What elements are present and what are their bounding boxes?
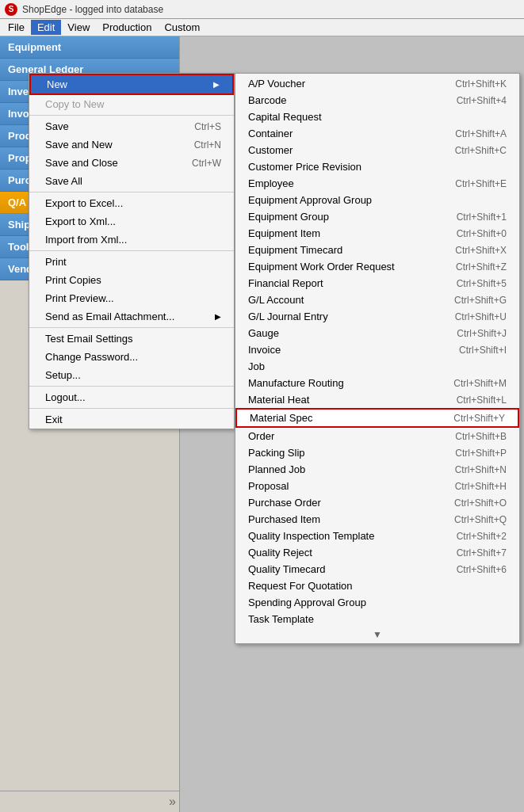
new-customer[interactable]: Customer Ctrl+Shift+C (235, 142, 519, 158)
menu-print-preview-label: Print Preview... (45, 292, 114, 304)
new-material-heat[interactable]: Material Heat Ctrl+Shift+L (235, 391, 519, 408)
menu-save-and-close-shortcut: Ctrl+W (192, 158, 221, 169)
new-quality-inspection-template-shortcut: Ctrl+Shift+2 (457, 531, 507, 542)
new-invoice[interactable]: Invoice Ctrl+Shift+I (235, 341, 519, 358)
new-gl-journal-entry-label: G/L Journal Entry (248, 311, 328, 322)
new-equipment-group-shortcut: Ctrl+Shift+1 (457, 212, 507, 223)
new-gl-account-label: G/L Account (248, 294, 304, 306)
new-order[interactable]: Order Ctrl+Shift+B (235, 428, 519, 444)
new-customer-price-revision-label: Customer Price Revision (248, 161, 361, 173)
new-equipment-item[interactable]: Equipment Item Ctrl+Shift+0 (235, 225, 519, 242)
new-equipment-item-shortcut: Ctrl+Shift+0 (457, 228, 507, 239)
new-material-heat-label: Material Heat (248, 394, 309, 406)
new-request-for-quotation-label: Request For Quotation (248, 580, 353, 592)
menu-save-and-close-label: Save and Close (45, 157, 118, 169)
menu-save-and-close[interactable]: Save and Close Ctrl+W (29, 154, 234, 172)
menu-export-xml-label: Export to Xml... (45, 215, 116, 227)
new-equipment-group[interactable]: Equipment Group Ctrl+Shift+1 (235, 208, 519, 225)
new-container[interactable]: Container Ctrl+Shift+A (235, 125, 519, 142)
new-material-spec[interactable]: Material Spec Ctrl+Shift+Y (235, 408, 519, 428)
new-employee-shortcut: Ctrl+Shift+E (455, 178, 507, 189)
menu-print-copies[interactable]: Print Copies (29, 271, 234, 289)
menu-change-password-label: Change Password... (45, 351, 138, 363)
menu-save-and-new[interactable]: Save and New Ctrl+N (29, 135, 234, 154)
new-quality-timecard[interactable]: Quality Timecard Ctrl+Shift+6 (235, 561, 519, 578)
submenu-arrow-new: ▶ (213, 80, 220, 89)
new-planned-job[interactable]: Planned Job Ctrl+Shift+N (235, 461, 519, 478)
new-job[interactable]: Job (235, 358, 519, 375)
new-quality-timecard-shortcut: Ctrl+Shift+6 (457, 564, 507, 575)
separator-5 (29, 386, 234, 387)
separator-2 (29, 192, 234, 193)
new-ap-voucher-label: A/P Voucher (248, 78, 305, 90)
menu-change-password[interactable]: Change Password... (29, 348, 234, 366)
menu-bar: File Edit View Production Custom (0, 19, 524, 36)
new-equipment-approval-group-label: Equipment Approval Group (248, 194, 372, 206)
menu-exit[interactable]: Exit (29, 410, 234, 429)
new-gauge-label: Gauge (248, 327, 279, 339)
new-capital-request[interactable]: Capital Request (235, 109, 519, 125)
menu-edit[interactable]: Edit (31, 20, 61, 35)
new-proposal[interactable]: Proposal Ctrl+Shift+H (235, 478, 519, 494)
new-order-label: Order (248, 430, 274, 442)
new-equipment-work-order-request[interactable]: Equipment Work Order Request Ctrl+Shift+… (235, 258, 519, 275)
new-purchase-order[interactable]: Purchase Order Ctrl+Shift+O (235, 494, 519, 511)
new-packing-slip[interactable]: Packing Slip Ctrl+Shift+P (235, 444, 519, 461)
menu-logout[interactable]: Logout... (29, 388, 234, 406)
new-spending-approval-group[interactable]: Spending Approval Group (235, 594, 519, 611)
new-customer-price-revision[interactable]: Customer Price Revision (235, 158, 519, 175)
new-packing-slip-shortcut: Ctrl+Shift+P (455, 448, 507, 459)
menu-export-xml[interactable]: Export to Xml... (29, 212, 234, 231)
menu-send-email[interactable]: Send as Email Attachment... ▶ (29, 307, 234, 326)
menu-save-all[interactable]: Save All (29, 172, 234, 190)
menu-test-email[interactable]: Test Email Settings (29, 330, 234, 348)
menu-new[interactable]: New ▶ (29, 74, 234, 95)
sidebar-item-equipment[interactable]: Equipment (0, 36, 179, 59)
menu-view[interactable]: View (61, 20, 96, 35)
app-icon: S (5, 3, 17, 16)
menu-print[interactable]: Print (29, 253, 234, 271)
new-equipment-work-order-request-shortcut: Ctrl+Shift+Z (456, 261, 507, 273)
new-order-shortcut: Ctrl+Shift+B (455, 431, 507, 442)
separator-6 (29, 408, 234, 409)
new-equipment-timecard[interactable]: Equipment Timecard Ctrl+Shift+X (235, 242, 519, 258)
menu-production[interactable]: Production (96, 20, 158, 35)
menu-save[interactable]: Save Ctrl+S (29, 117, 234, 135)
menu-setup[interactable]: Setup... (29, 366, 234, 384)
new-manufacture-routing[interactable]: Manufacture Routing Ctrl+Shift+M (235, 375, 519, 391)
menu-export-excel[interactable]: Export to Excel... (29, 194, 234, 212)
edit-dropdown-menu: New ▶ Copy to New Save Ctrl+S Save and N… (29, 73, 235, 429)
new-equipment-timecard-label: Equipment Timecard (248, 244, 342, 256)
new-barcode[interactable]: Barcode Ctrl+Shift+4 (235, 92, 519, 109)
title-bar: S ShopEdge - logged into database (0, 0, 524, 19)
new-quality-reject-label: Quality Reject (248, 547, 312, 558)
new-quality-timecard-label: Quality Timecard (248, 563, 326, 575)
menu-custom[interactable]: Custom (158, 20, 206, 35)
new-equipment-approval-group[interactable]: Equipment Approval Group (235, 192, 519, 208)
new-gl-account[interactable]: G/L Account Ctrl+Shift+G (235, 292, 519, 308)
new-manufacture-routing-label: Manufacture Routing (248, 377, 344, 389)
new-planned-job-shortcut: Ctrl+Shift+N (455, 464, 507, 475)
menu-file[interactable]: File (2, 20, 31, 35)
title-bar-text: ShopEdge - logged into database (22, 4, 163, 15)
new-gl-journal-entry[interactable]: G/L Journal Entry Ctrl+Shift+U (235, 308, 519, 325)
sidebar-bottom: » (0, 791, 179, 812)
new-purchased-item[interactable]: Purchased Item Ctrl+Shift+Q (235, 511, 519, 528)
new-ap-voucher[interactable]: A/P Voucher Ctrl+Shift+K (235, 75, 519, 92)
sidebar-scroll-arrow[interactable]: » (169, 795, 176, 809)
new-task-template[interactable]: Task Template (235, 611, 519, 627)
menu-setup-label: Setup... (45, 369, 81, 381)
new-gauge[interactable]: Gauge Ctrl+Shift+J (235, 325, 519, 341)
new-container-shortcut: Ctrl+Shift+A (455, 128, 507, 139)
new-request-for-quotation[interactable]: Request For Quotation (235, 578, 519, 594)
menu-logout-label: Logout... (45, 391, 86, 403)
menu-print-preview[interactable]: Print Preview... (29, 289, 234, 307)
new-quality-inspection-template[interactable]: Quality Inspection Template Ctrl+Shift+2 (235, 528, 519, 544)
new-container-label: Container (248, 128, 293, 139)
menu-import-xml-label: Import from Xml... (45, 234, 127, 246)
new-financial-report[interactable]: Financial Report Ctrl+Shift+5 (235, 275, 519, 292)
menu-import-xml[interactable]: Import from Xml... (29, 231, 234, 249)
new-quality-reject[interactable]: Quality Reject Ctrl+Shift+7 (235, 544, 519, 561)
new-invoice-shortcut: Ctrl+Shift+I (459, 345, 507, 356)
new-employee[interactable]: Employee Ctrl+Shift+E (235, 175, 519, 192)
